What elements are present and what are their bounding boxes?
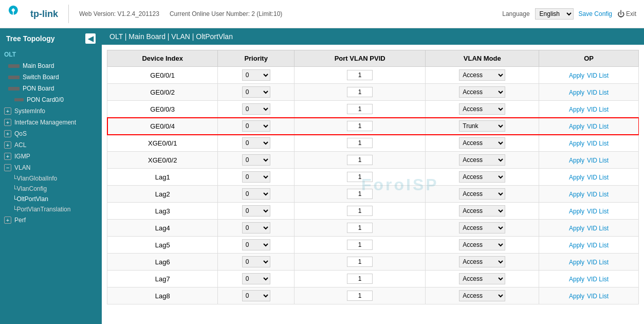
vid-list-link[interactable]: VID List [587,89,609,96]
pvid-input[interactable] [347,70,373,80]
priority-select[interactable]: 01234567 [242,171,270,183]
vlan-mode-select[interactable]: AccessTrunkHybrid [459,86,505,98]
priority-select[interactable]: 01234567 [242,256,270,267]
pvid-input[interactable] [347,138,373,148]
pvid-input[interactable] [347,257,373,267]
sidebar-item-switch-board[interactable]: Switch Board [0,71,102,83]
pvid-input[interactable] [347,291,373,301]
priority-select[interactable]: 01234567 [242,69,270,81]
cell-priority: 01234567 [218,186,294,203]
vlan-mode-select[interactable]: AccessTrunkHybrid [459,103,505,115]
vlan-mode-select[interactable]: AccessTrunkHybrid [459,290,505,301]
pvid-input[interactable] [347,274,373,284]
pvid-input[interactable] [347,104,373,114]
sidebar-section-igmp[interactable]: + IGMP [0,151,102,162]
apply-link[interactable]: Apply [569,89,584,96]
apply-link[interactable]: Apply [569,242,584,249]
sidebar-item-pon-board[interactable]: PON Board [0,83,102,94]
priority-select[interactable]: 01234567 [242,137,270,149]
vlan-mode-select[interactable]: AccessTrunkHybrid [459,69,505,81]
apply-link[interactable]: Apply [569,225,584,232]
cell-pvid [294,152,426,169]
vid-list-link[interactable]: VID List [587,293,609,300]
pvid-input[interactable] [347,155,373,165]
pvid-input[interactable] [347,206,373,216]
sidebar-subitem-vlan-config[interactable]: └VlanConfig [0,184,102,194]
vlan-mode-select[interactable]: AccessTrunkHybrid [459,188,505,200]
vlan-mode-select[interactable]: AccessTrunkHybrid [459,256,505,267]
priority-select[interactable]: 01234567 [242,273,270,284]
vid-list-link[interactable]: VID List [587,157,609,164]
sidebar-toggle-button[interactable]: ◀ [85,33,96,44]
sidebar-item-main-board[interactable]: Main Board [0,60,102,71]
vid-list-link[interactable]: VID List [587,191,609,198]
priority-select[interactable]: 01234567 [242,205,270,217]
vlan-mode-select[interactable]: AccessTrunkHybrid [459,273,505,284]
apply-link[interactable]: Apply [569,157,584,164]
sidebar-section-qos[interactable]: + QoS [0,128,102,139]
pvid-input[interactable] [347,121,373,131]
sidebar-subitem-olt-port-vlan[interactable]: └OltPortVlan [0,194,102,204]
pvid-input[interactable] [347,172,373,182]
vlan-mode-select[interactable]: AccessTrunkHybrid [459,239,505,250]
vid-list-link[interactable]: VID List [587,106,609,113]
sidebar-subitem-port-vlan-translation[interactable]: └PortVlanTranslation [0,204,102,214]
vid-list-link[interactable]: VID List [587,72,609,79]
sidebar-section-acl[interactable]: + ACL [0,139,102,151]
sidebar-item-olt[interactable]: OLT [0,49,102,60]
interface-mgmt-label: Interface Management [14,119,76,126]
vid-list-link[interactable]: VID List [587,174,609,181]
priority-select[interactable]: 01234567 [242,239,270,250]
apply-link[interactable]: Apply [569,208,584,215]
apply-link[interactable]: Apply [569,259,584,266]
cell-pvid [294,287,426,304]
table-container[interactable]: Device Index Priority Port VLAN PVID VLA… [107,50,639,319]
sidebar-section-vlan[interactable]: − VLAN [0,162,102,173]
vid-list-link[interactable]: VID List [587,140,609,147]
vlan-mode-select[interactable]: AccessTrunkHybrid [459,171,505,183]
priority-select[interactable]: 01234567 [242,120,270,132]
vlan-mode-select[interactable]: AccessTrunkHybrid [459,137,505,149]
plus-icon-perf: + [4,217,11,224]
sidebar-section-perf[interactable]: + Perf [0,214,102,226]
vlan-mode-select[interactable]: AccessTrunkHybrid [459,205,505,217]
sidebar-subitem-vlan-global-info[interactable]: └VlanGlobalInfo [0,173,102,184]
save-config-button[interactable]: Save Config [579,10,612,17]
sidebar-item-pon-card[interactable]: PON Card0/0 [0,94,102,105]
apply-link[interactable]: Apply [569,123,584,130]
pvid-input[interactable] [347,223,373,233]
table-body: GE0/0/101234567AccessTrunkHybridApplyVID… [107,67,639,304]
apply-link[interactable]: Apply [569,191,584,198]
device-icon-pon-board [8,87,20,91]
priority-select[interactable]: 01234567 [242,188,270,200]
vid-list-link[interactable]: VID List [587,225,609,232]
apply-link[interactable]: Apply [569,276,584,283]
vlan-mode-select[interactable]: AccessTrunkHybrid [459,222,505,233]
cell-op: ApplyVID List [539,101,639,118]
vid-list-link[interactable]: VID List [587,259,609,266]
pvid-input[interactable] [347,87,373,97]
pvid-input[interactable] [347,189,373,199]
apply-link[interactable]: Apply [569,72,584,79]
apply-link[interactable]: Apply [569,293,584,300]
language-select[interactable]: English Chinese [535,8,574,20]
sidebar-section-systeminfo[interactable]: + SystemInfo [0,105,102,117]
vid-list-link[interactable]: VID List [587,242,609,249]
exit-button[interactable]: ⏻ Exit [617,10,636,18]
vlan-mode-select[interactable]: AccessTrunkHybrid [459,154,505,166]
priority-select[interactable]: 01234567 [242,222,270,233]
apply-link[interactable]: Apply [569,140,584,147]
priority-select[interactable]: 01234567 [242,290,270,301]
vid-list-link[interactable]: VID List [587,208,609,215]
priority-select[interactable]: 01234567 [242,103,270,115]
priority-select[interactable]: 01234567 [242,86,270,98]
vid-list-link[interactable]: VID List [587,123,609,130]
apply-link[interactable]: Apply [569,174,584,181]
vlan-mode-select[interactable]: AccessTrunkHybrid [459,120,505,132]
priority-select[interactable]: 01234567 [242,154,270,166]
pvid-input[interactable] [347,240,373,250]
cell-device-index: XGE0/0/2 [107,152,218,169]
sidebar-section-interface-mgmt[interactable]: + Interface Management [0,117,102,128]
vid-list-link[interactable]: VID List [587,276,609,283]
apply-link[interactable]: Apply [569,106,584,113]
